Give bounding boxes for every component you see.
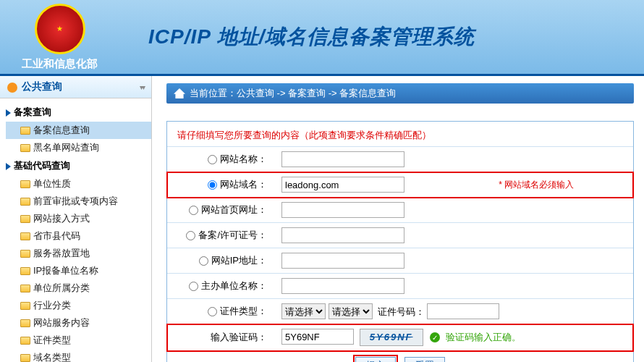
row-site-ip: 网站IP地址： xyxy=(167,248,633,274)
sidebar-header-label: 公共查询 xyxy=(22,80,62,92)
input-captcha[interactable] xyxy=(281,329,354,345)
input-record-no[interactable] xyxy=(281,227,404,243)
note-domain-required: * 网站域名必须输入 xyxy=(499,180,574,190)
radio-cert[interactable] xyxy=(208,307,217,316)
row-buttons: 提交 重置 xyxy=(167,351,633,362)
tree-item[interactable]: 省市县代码 xyxy=(6,227,151,245)
home-icon[interactable] xyxy=(174,88,185,98)
row-record-no: 备案/许可证号： xyxy=(167,223,633,248)
radio-record-no[interactable] xyxy=(186,231,195,240)
label-sponsor: 主办单位名称： xyxy=(201,280,267,291)
label-site-url: 网站首页网址： xyxy=(201,204,267,215)
app-header: ★ 工业和信息化部 ICP/IP 地址/域名信息备案管理系统 xyxy=(0,0,644,76)
tree-item[interactable]: 单位所属分类 xyxy=(6,279,151,297)
label-cert: 证件类型： xyxy=(220,306,267,316)
radio-site-domain[interactable] xyxy=(208,180,217,190)
folder-icon xyxy=(20,232,30,240)
tree-item[interactable]: 行业分类 xyxy=(6,297,151,314)
label-site-name: 网站名称： xyxy=(220,153,267,164)
radio-site-name[interactable] xyxy=(208,155,217,164)
label-site-domain: 网站域名： xyxy=(220,179,267,190)
radio-site-ip[interactable] xyxy=(199,256,208,266)
input-site-ip[interactable] xyxy=(281,253,404,269)
row-site-name: 网站名称： xyxy=(167,147,633,172)
label-captcha: 输入验证码： xyxy=(211,332,267,342)
tree-item[interactable]: 服务器放置地 xyxy=(6,245,151,262)
radio-site-url[interactable] xyxy=(189,206,198,215)
select-cert-type1[interactable]: 请选择 xyxy=(281,303,326,319)
tree-item[interactable]: 网站接入方式 xyxy=(6,210,151,227)
check-icon: ✓ xyxy=(430,332,440,342)
tree-item[interactable]: IP报备单位名称 xyxy=(6,262,151,279)
tree-item[interactable]: 备案信息查询 xyxy=(6,122,151,139)
sidebar: 公共查询 ▾▾ 备案查询备案信息查询黑名单网站查询基础代码查询单位性质前置审批或… xyxy=(0,76,152,362)
arrow-icon xyxy=(6,109,11,117)
input-site-url[interactable] xyxy=(281,202,404,218)
captcha-ok-text: 验证码输入正确。 xyxy=(446,332,521,342)
input-sponsor[interactable] xyxy=(281,278,404,294)
folder-icon xyxy=(20,144,30,152)
tree-item[interactable]: 单位性质 xyxy=(6,175,151,193)
query-form: 请仔细填写您所要查询的内容（此项查询要求条件精确匹配） 网站名称： 网站域名： … xyxy=(166,121,634,362)
row-site-domain: 网站域名： * 网站域名必须输入 xyxy=(167,172,633,198)
tree-item[interactable]: 黑名单网站查询 xyxy=(6,139,151,156)
label-site-ip: 网站IP地址： xyxy=(211,255,267,266)
folder-icon xyxy=(20,337,30,345)
select-cert-type2[interactable]: 请选择 xyxy=(329,303,373,319)
tree-group[interactable]: 基础代码查询 xyxy=(6,156,151,175)
breadcrumb-text: 当前位置：公共查询 -> 备案查询 -> 备案信息查询 xyxy=(190,87,396,100)
content-area: 当前位置：公共查询 -> 备案查询 -> 备案信息查询 请仔细填写您所要查询的内… xyxy=(152,76,644,362)
reset-button[interactable]: 重置 xyxy=(404,357,445,362)
chevron-down-icon[interactable]: ▾▾ xyxy=(140,83,144,91)
breadcrumb: 当前位置：公共查询 -> 备案查询 -> 备案信息查询 xyxy=(166,83,634,104)
tree-item[interactable]: 域名类型 xyxy=(6,349,151,362)
tree-group[interactable]: 备案查询 xyxy=(6,103,151,122)
folder-icon xyxy=(20,267,30,275)
system-title: ICP/IP 地址/域名信息备案管理系统 xyxy=(148,23,475,51)
folder-icon xyxy=(20,215,30,223)
national-emblem-icon: ★ xyxy=(35,4,85,54)
title-block: ICP/IP 地址/域名信息备案管理系统 xyxy=(148,23,475,51)
dot-icon xyxy=(7,83,17,93)
radio-sponsor[interactable] xyxy=(189,282,198,291)
logo-block: ★ 工业和信息化部 xyxy=(22,4,98,71)
folder-icon xyxy=(20,319,30,327)
form-hint: 请仔细填写您所要查询的内容（此项查询要求条件精确匹配） xyxy=(167,122,633,146)
folder-icon xyxy=(20,285,30,292)
tree-item[interactable]: 网站服务内容 xyxy=(6,314,151,332)
folder-icon xyxy=(20,180,30,188)
nav-tree: 备案查询备案信息查询黑名单网站查询基础代码查询单位性质前置审批或专项内容网站接入… xyxy=(0,98,151,362)
input-site-name[interactable] xyxy=(281,151,404,167)
tree-item[interactable]: 前置审批或专项内容 xyxy=(6,193,151,210)
row-site-url: 网站首页网址： xyxy=(167,198,633,223)
folder-icon xyxy=(20,354,30,362)
ministry-name: 工业和信息化部 xyxy=(22,57,98,71)
arrow-icon xyxy=(6,163,11,170)
input-cert-no[interactable] xyxy=(427,303,499,319)
label-record-no: 备案/许可证号： xyxy=(198,230,267,240)
captcha-image[interactable]: 5Y69NF xyxy=(360,329,423,346)
label-cert-no: 证件号码： xyxy=(378,306,425,317)
sidebar-header[interactable]: 公共查询 ▾▾ xyxy=(0,76,151,98)
row-captcha: 输入验证码： 5Y69NF ✓ 验证码输入正确。 xyxy=(167,324,633,351)
row-cert: 证件类型： 请选择 请选择 证件号码： xyxy=(167,299,633,324)
input-site-domain[interactable] xyxy=(281,177,404,193)
folder-icon xyxy=(20,250,30,258)
folder-icon xyxy=(20,198,30,206)
folder-icon xyxy=(20,302,30,310)
folder-icon xyxy=(20,127,30,135)
submit-button[interactable]: 提交 xyxy=(355,357,396,362)
row-sponsor: 主办单位名称： xyxy=(167,274,633,299)
tree-item[interactable]: 证件类型 xyxy=(6,332,151,349)
